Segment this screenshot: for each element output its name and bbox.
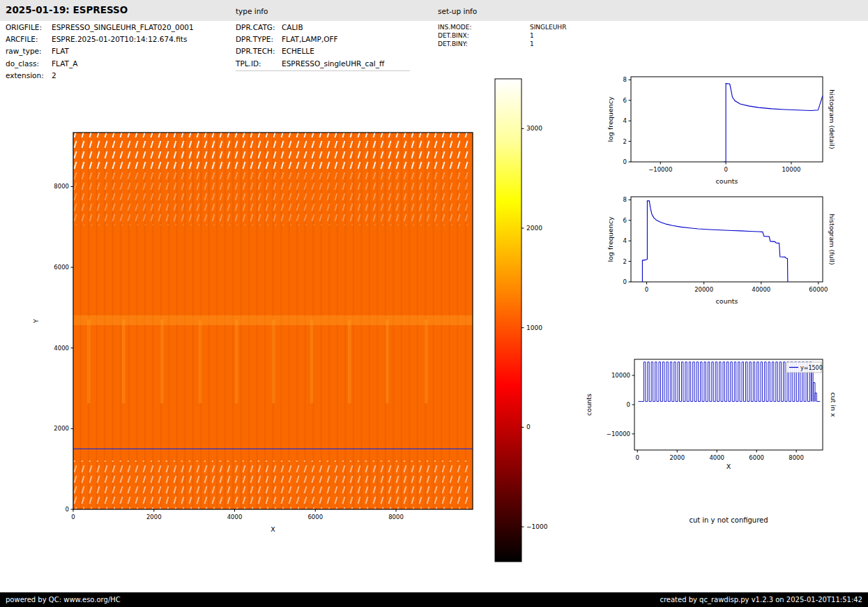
meta-key: ARCFILE: <box>6 33 52 45</box>
meta-row: INS.MODE:SINGLEUHR <box>438 23 566 31</box>
svg-text:20000: 20000 <box>694 286 713 293</box>
colorbar <box>495 79 521 562</box>
svg-text:X: X <box>271 525 275 533</box>
svg-text:histogram (detail): histogram (detail) <box>828 89 836 149</box>
svg-text:4: 4 <box>623 237 627 244</box>
histogram-detail-figure: −1000001000002468countslog frequencyhist… <box>582 66 844 188</box>
svg-text:4000: 4000 <box>709 454 724 461</box>
page-title: 2025-01-19: ESPRESSO <box>6 4 128 15</box>
axes-frame <box>631 77 823 162</box>
footer-bar: powered by QC: www.eso.org/HC created by… <box>0 592 868 607</box>
svg-text:−10000: −10000 <box>648 166 672 173</box>
svg-text:0: 0 <box>645 286 648 293</box>
svg-text:8: 8 <box>623 76 627 83</box>
svg-text:0: 0 <box>71 514 75 520</box>
meta-value: 1 <box>530 40 534 48</box>
meta-key: ORIGFILE: <box>6 22 52 33</box>
svg-text:10000: 10000 <box>782 166 800 173</box>
svg-text:6000: 6000 <box>54 264 69 271</box>
svg-text:−10000: −10000 <box>607 430 630 437</box>
meta-key: DPR.CATG: <box>236 22 282 33</box>
svg-text:60000: 60000 <box>809 286 828 293</box>
svg-text:0: 0 <box>724 166 727 173</box>
svg-text:0: 0 <box>66 506 69 513</box>
svg-text:2000: 2000 <box>526 225 542 232</box>
meta-value: FLAT,LAMP,OFF <box>282 33 338 45</box>
svg-text:6: 6 <box>623 97 627 104</box>
svg-text:counts: counts <box>716 297 738 305</box>
footer-right-text: created by qc_rawdisp.py v1.2.3 on 2025-… <box>660 592 862 607</box>
meta-row: ARCFILE:ESPRE.2025-01-20T10:14:12.674.fi… <box>6 33 194 45</box>
svg-text:40000: 40000 <box>752 286 770 293</box>
meta-value: 1 <box>530 31 534 40</box>
svg-text:3000: 3000 <box>526 125 542 132</box>
meta-value: ESPRESSO_SINGLEUHR_FLAT020_0001 <box>52 22 194 33</box>
setup-info-block: INS.MODE:SINGLEUHR DET.BINX:1 DET.BINY:1 <box>438 23 566 48</box>
meta-key: INS.MODE: <box>438 23 530 31</box>
meta-value: ECHELLE <box>282 45 314 57</box>
meta-key: DPR.TECH: <box>236 45 282 57</box>
svg-text:0: 0 <box>627 401 630 408</box>
svg-text:0: 0 <box>526 424 531 430</box>
svg-text:8: 8 <box>623 196 627 203</box>
qc-report-page: 2025-01-19: ESPRESSO type info set-up in… <box>0 0 868 607</box>
meta-row: raw_type:FLAT <box>6 45 194 57</box>
svg-text:2000: 2000 <box>146 514 162 520</box>
svg-text:10000: 10000 <box>611 372 630 379</box>
meta-value: ESPRE.2025-01-20T10:14:12.674.fits <box>52 33 187 45</box>
meta-key: DET.BINY: <box>438 40 530 48</box>
meta-key: raw_type: <box>6 45 52 57</box>
meta-key: DET.BINX: <box>438 31 530 40</box>
svg-text:2000: 2000 <box>669 454 685 461</box>
svg-text:8000: 8000 <box>54 183 69 190</box>
svg-text:−1000: −1000 <box>526 523 548 530</box>
svg-text:counts: counts <box>716 177 738 185</box>
cut-in-x-figure: 02000400060008000−10000010000Xcountscut … <box>572 349 844 481</box>
svg-text:8000: 8000 <box>789 454 804 461</box>
cut-in-y-note: cut in y not configured <box>631 516 826 524</box>
meta-row: DPR.CATG:CALIB <box>236 22 410 33</box>
svg-text:X: X <box>726 463 731 470</box>
svg-text:0: 0 <box>623 278 627 285</box>
svg-text:4000: 4000 <box>54 345 69 352</box>
svg-text:2000: 2000 <box>54 425 69 432</box>
meta-value: CALIB <box>282 22 303 33</box>
svg-text:6000: 6000 <box>749 454 764 461</box>
svg-text:Y: Y <box>32 319 40 324</box>
svg-text:1000: 1000 <box>526 324 542 331</box>
histogram-full-figure: 020000400006000002468countslog frequency… <box>582 190 844 312</box>
meta-row: DPR.TYPE:FLAT,LAMP,OFF <box>236 33 410 45</box>
raw-image-figure: 0200040006000800002000400060008000XY3000… <box>17 66 572 576</box>
svg-text:y=1500: y=1500 <box>800 365 823 371</box>
setup-info-heading: set-up info <box>438 7 477 15</box>
svg-text:log frequency: log frequency <box>607 216 614 262</box>
svg-text:counts: counts <box>585 394 593 416</box>
meta-value: FLAT <box>52 45 69 57</box>
meta-row: DPR.TECH:ECHELLE <box>236 45 410 57</box>
svg-text:6000: 6000 <box>307 514 323 520</box>
footer-left-text: powered by QC: www.eso.org/HC <box>6 592 121 607</box>
svg-text:2: 2 <box>623 138 627 145</box>
title-bar: 2025-01-19: ESPRESSO type info set-up in… <box>0 0 868 21</box>
axes-frame <box>631 197 823 282</box>
svg-text:0: 0 <box>623 158 627 165</box>
meta-value: SINGLEUHR <box>530 23 566 31</box>
type-info-heading: type info <box>236 7 268 15</box>
svg-text:cut in x: cut in x <box>830 392 837 417</box>
meta-key: DPR.TYPE: <box>236 33 282 45</box>
meta-row: ORIGFILE:ESPRESSO_SINGLEUHR_FLAT020_0001 <box>6 22 194 33</box>
type-info-block: DPR.CATG:CALIB DPR.TYPE:FLAT,LAMP,OFF DP… <box>236 22 410 71</box>
svg-text:histogram (full): histogram (full) <box>828 213 836 264</box>
svg-text:2: 2 <box>623 258 627 265</box>
meta-row: DET.BINY:1 <box>438 40 566 48</box>
svg-text:8000: 8000 <box>388 514 404 520</box>
svg-text:4: 4 <box>623 117 627 124</box>
svg-text:6: 6 <box>623 217 627 224</box>
svg-text:log frequency: log frequency <box>607 96 614 142</box>
svg-text:4000: 4000 <box>227 514 243 520</box>
svg-text:0: 0 <box>636 454 639 461</box>
meta-row: DET.BINX:1 <box>438 31 566 40</box>
